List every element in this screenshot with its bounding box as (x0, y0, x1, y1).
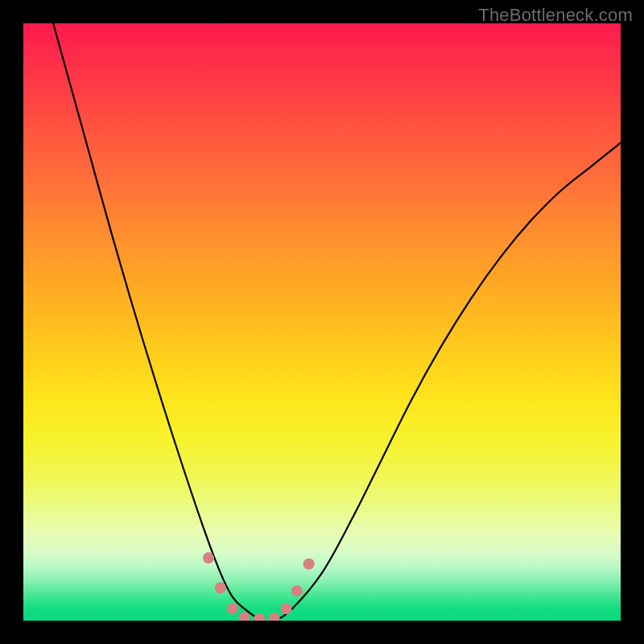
plot-area (23, 23, 621, 621)
chart-stage: TheBottleneck.com (0, 0, 644, 644)
highlight-point (303, 559, 315, 570)
chart-overlay (23, 23, 621, 621)
watermark: TheBottleneck.com (478, 5, 633, 26)
highlight-point (254, 613, 265, 621)
highlight-point (239, 612, 250, 621)
highlight-point (280, 603, 291, 614)
highlight-point (215, 582, 226, 593)
marker-group (203, 552, 315, 621)
highlight-point (227, 603, 238, 614)
highlight-point (269, 613, 280, 621)
curve (53, 23, 621, 621)
highlight-point (291, 585, 303, 597)
highlight-point (203, 552, 214, 564)
